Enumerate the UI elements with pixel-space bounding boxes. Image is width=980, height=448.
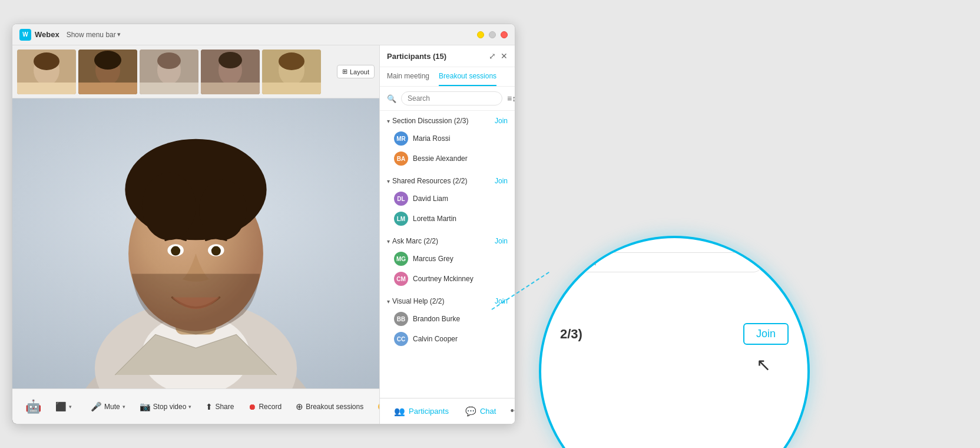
show-menu-bar-button[interactable]: Show menu bar [67, 31, 116, 39]
participant-item-7: BB Brandon Burke [380, 309, 515, 329]
bottom-panel-tabs: 👥 Participants 💬 Chat ••• [380, 398, 515, 424]
stop-video-label: Stop video [153, 403, 187, 411]
participant-name-3: David Liam [413, 195, 448, 203]
zoom-search-input[interactable] [560, 252, 763, 272]
thumbnail-5[interactable] [262, 50, 321, 94]
emoji-button[interactable]: 😊 [372, 399, 379, 414]
bot-icon: 🤖 [25, 399, 41, 414]
breakout-label: Breakout sessions [306, 403, 363, 411]
thumbnail-4[interactable] [201, 50, 260, 94]
thumbnail-strip: ⊞ Layout [12, 45, 379, 98]
zoom-join-button[interactable]: Join [743, 323, 789, 345]
participant-name-7: Brandon Burke [413, 315, 460, 323]
participant-name-4: Loretta Martin [413, 215, 456, 223]
group-caret-2: ▾ [387, 178, 390, 185]
svg-point-18 [279, 52, 304, 70]
stop-video-icon: 📷 [140, 401, 151, 412]
thumbnail-person-1 [17, 50, 76, 94]
chat-tab-icon: 💬 [465, 406, 476, 417]
mute-label: Mute [104, 403, 120, 411]
group-join-3[interactable]: Join [495, 237, 508, 245]
record-icon: ⏺ [248, 402, 256, 411]
svg-point-27 [142, 173, 196, 240]
tab-main-meeting[interactable]: Main meeting [387, 67, 429, 86]
svg-rect-15 [201, 83, 260, 94]
group-caret-1: ▾ [387, 118, 390, 124]
person-4-avatar [201, 50, 260, 94]
main-video [12, 98, 379, 388]
svg-rect-11 [140, 83, 198, 94]
close-button[interactable] [501, 31, 508, 38]
mute-button[interactable]: 🎤 Mute ▾ [85, 398, 131, 416]
zoom-group-name: 2/3) [560, 327, 743, 342]
search-input[interactable] [401, 91, 502, 106]
maximize-button[interactable] [489, 31, 496, 38]
layout-label: Layout [350, 68, 369, 75]
share-icon: ⬆ [206, 402, 213, 411]
svg-point-14 [218, 52, 242, 68]
video-area: ⊞ Layout [12, 45, 379, 424]
popout-icon[interactable]: ⤢ [489, 51, 496, 61]
content-area: ⊞ Layout [12, 45, 515, 424]
participant-name-6: Courtney Mckinney [413, 275, 474, 283]
participant-name-2: Bessie Alexander [413, 154, 468, 163]
panel-body: ▾ Section Discussion (2/3) Join MR Maria… [380, 111, 515, 398]
participant-item-2: BA Bessie Alexander [380, 149, 515, 169]
group-join-1[interactable]: Join [495, 117, 508, 125]
participant-name-5: Marcus Grey [413, 255, 453, 263]
tab-breakout-sessions[interactable]: Breakout sessions [439, 67, 496, 86]
layout-button[interactable]: ⊞ Layout [337, 65, 375, 78]
more-tab-button[interactable]: ••• [505, 401, 515, 421]
participant-item-8: CC Calvin Cooper [380, 329, 515, 349]
zoom-group-content: 2/3) Join ↖ [541, 279, 807, 380]
breakout-group-2: ▾ Shared Resources (2/2) Join DL David L… [380, 171, 515, 231]
svg-point-28 [199, 179, 246, 240]
title-bar-logo: W Webex [19, 29, 59, 41]
captions-button[interactable]: ⬛ ▾ [49, 398, 78, 416]
group-join-2[interactable]: Join [495, 177, 508, 185]
record-label: Record [259, 403, 282, 411]
breakout-group-4: ▾ Visual Help (2/2) Join BB Brandon Burk… [380, 291, 515, 351]
share-label: Share [215, 403, 234, 411]
breakout-sessions-button[interactable]: ⊕ Breakout sessions [290, 398, 369, 416]
sort-icon[interactable]: ≡↕ [507, 94, 515, 103]
menu-caret-icon: ▾ [117, 31, 121, 38]
participant-avatar-5: MG [394, 252, 408, 266]
captions-icon: ⬛ [55, 401, 67, 412]
captions-caret: ▾ [69, 404, 72, 410]
minimize-button[interactable] [477, 31, 484, 38]
person-5-avatar [262, 50, 321, 94]
group-header-2: ▾ Shared Resources (2/2) Join [380, 173, 515, 189]
group-caret-4: ▾ [387, 298, 390, 305]
svg-rect-3 [17, 83, 76, 94]
panel-close-icon[interactable]: ✕ [501, 51, 508, 61]
zoom-sort-icon[interactable]: ↧≡ [770, 255, 789, 270]
panel-search: 🔍 ≡↕ [380, 87, 515, 111]
participant-avatar-6: CM [394, 272, 408, 286]
tab-participants[interactable]: 👥 Participants [387, 403, 456, 420]
svg-rect-7 [78, 83, 137, 94]
svg-point-32 [211, 246, 221, 256]
svg-point-31 [171, 246, 180, 256]
thumbnail-1[interactable] [17, 50, 76, 94]
group-caret-3: ▾ [387, 238, 390, 245]
control-bar: 🤖 ⬛ ▾ 🎤 Mute ▾ [12, 388, 379, 424]
layout-icon: ⊞ [342, 68, 347, 75]
group-header-1: ▾ Section Discussion (2/3) Join [380, 113, 515, 129]
thumbnail-3[interactable] [140, 50, 198, 94]
group-name-4: Visual Help (2/2) [392, 297, 495, 305]
tab-chat[interactable]: 💬 Chat [458, 403, 503, 420]
record-button[interactable]: ⏺ Record [242, 398, 287, 415]
group-name-1: Section Discussion (2/3) [392, 117, 495, 125]
stop-video-button[interactable]: 📷 Stop video ▾ [134, 398, 198, 416]
participant-name-8: Calvin Cooper [413, 335, 458, 343]
participant-item-1: MR Maria Rossi [380, 129, 515, 149]
main-video-bg [12, 98, 379, 388]
bot-icon-button[interactable]: 🤖 [19, 396, 47, 418]
participants-tab-label: Participants [409, 407, 449, 416]
share-button[interactable]: ⬆ Share [200, 398, 240, 415]
thumbnail-2[interactable] [78, 50, 137, 94]
group-join-4[interactable]: Join [495, 297, 508, 305]
participant-item-4: LM Loretta Martin [380, 209, 515, 229]
participants-panel: Participants (15) ⤢ ✕ Main meeting Break… [379, 45, 515, 424]
